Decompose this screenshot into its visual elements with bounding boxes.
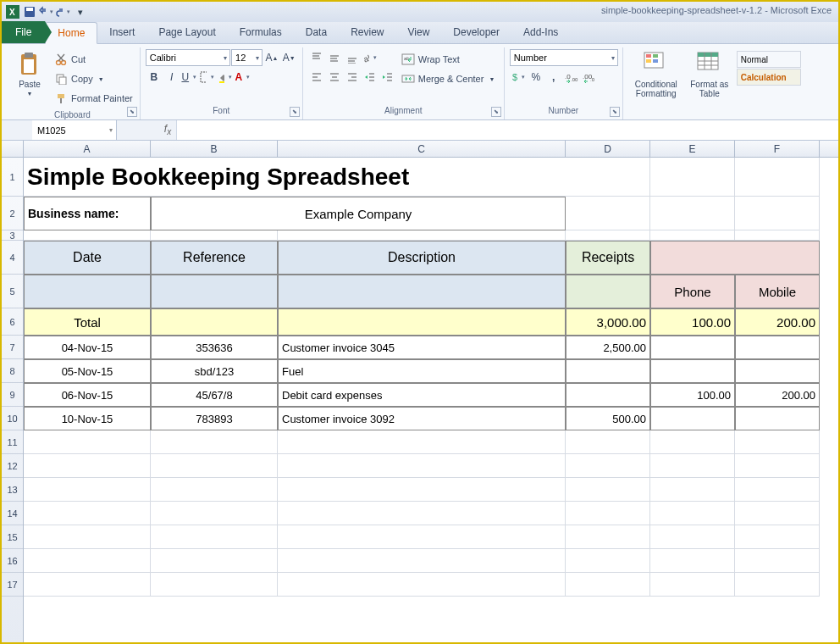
qat-customize-icon[interactable]: ▾ bbox=[73, 4, 88, 19]
cell[interactable] bbox=[566, 454, 650, 478]
data-phone[interactable] bbox=[650, 407, 735, 430]
decrease-font-icon[interactable]: A▼ bbox=[281, 49, 297, 66]
increase-decimal-icon[interactable]: .0.00 bbox=[563, 69, 580, 86]
tab-view[interactable]: View bbox=[396, 21, 442, 43]
hdr-ref[interactable]: Reference bbox=[151, 241, 278, 275]
fill-color-button[interactable] bbox=[217, 69, 234, 86]
cell[interactable] bbox=[151, 430, 278, 454]
cell[interactable] bbox=[278, 525, 566, 549]
col-header[interactable]: B bbox=[151, 141, 278, 157]
cell[interactable] bbox=[735, 230, 820, 241]
data-mobile[interactable] bbox=[735, 336, 820, 359]
cell[interactable] bbox=[566, 197, 650, 230]
cell[interactable] bbox=[24, 454, 151, 478]
orientation-icon[interactable]: ab bbox=[362, 49, 379, 66]
cell[interactable] bbox=[24, 502, 151, 525]
cell[interactable] bbox=[650, 478, 735, 502]
underline-button[interactable]: U bbox=[181, 69, 198, 86]
decrease-decimal-icon[interactable]: .00.0 bbox=[581, 69, 598, 86]
font-launcher[interactable]: ⬊ bbox=[290, 107, 300, 117]
data-phone[interactable] bbox=[650, 359, 735, 383]
hdr-pink-blank[interactable] bbox=[650, 241, 820, 275]
cell[interactable] bbox=[566, 549, 650, 573]
row-header[interactable]: 11 bbox=[2, 430, 23, 454]
row-header[interactable]: 16 bbox=[2, 549, 23, 573]
cell[interactable] bbox=[24, 525, 151, 549]
undo-button[interactable] bbox=[39, 4, 54, 19]
row-header[interactable]: 2 bbox=[2, 197, 23, 230]
number-format-select[interactable]: Number bbox=[510, 49, 618, 66]
cut-button[interactable]: Cut bbox=[54, 51, 133, 68]
cell[interactable] bbox=[735, 525, 820, 549]
total-desc[interactable] bbox=[278, 308, 566, 336]
data-date[interactable]: 05-Nov-15 bbox=[24, 359, 151, 383]
tab-file[interactable]: File bbox=[2, 21, 45, 43]
clipboard-launcher[interactable]: ⬊ bbox=[127, 107, 137, 117]
align-center-icon[interactable] bbox=[326, 69, 343, 86]
cell[interactable] bbox=[151, 230, 278, 241]
data-ref[interactable]: sbd/123 bbox=[151, 359, 278, 383]
row-header[interactable]: 17 bbox=[2, 573, 23, 597]
cell[interactable] bbox=[278, 573, 566, 597]
data-ref[interactable]: 353636 bbox=[151, 336, 278, 359]
conditional-formatting-button[interactable]: Conditional Formatting bbox=[628, 49, 684, 118]
data-ref[interactable]: 783893 bbox=[151, 407, 278, 430]
sub-rec[interactable] bbox=[566, 275, 650, 308]
total-phone[interactable]: 100.00 bbox=[650, 308, 735, 336]
tab-home[interactable]: Home bbox=[45, 22, 97, 44]
tab-developer[interactable]: Developer bbox=[441, 21, 511, 43]
row-header[interactable]: 8 bbox=[2, 359, 23, 383]
cell[interactable] bbox=[278, 502, 566, 525]
total-ref[interactable] bbox=[151, 308, 278, 336]
format-as-table-button[interactable]: Format as Table bbox=[688, 49, 732, 118]
row-header[interactable]: 9 bbox=[2, 383, 23, 407]
style-normal[interactable]: Normal bbox=[737, 51, 801, 68]
cell[interactable] bbox=[735, 158, 820, 197]
hdr-desc[interactable]: Description bbox=[278, 241, 566, 275]
font-color-button[interactable]: A bbox=[235, 69, 251, 86]
data-rec[interactable] bbox=[566, 359, 650, 383]
fx-icon[interactable]: fx bbox=[159, 123, 176, 136]
bold-button[interactable]: B bbox=[146, 69, 163, 86]
cell[interactable] bbox=[566, 573, 650, 597]
increase-indent-icon[interactable] bbox=[379, 69, 396, 86]
cell[interactable] bbox=[278, 549, 566, 573]
merge-center-button[interactable]: Merge & Center▼ bbox=[401, 70, 495, 87]
data-rec[interactable]: 500.00 bbox=[566, 407, 650, 430]
cell[interactable] bbox=[650, 573, 735, 597]
data-rec[interactable] bbox=[566, 383, 650, 407]
cell[interactable] bbox=[278, 230, 566, 241]
number-launcher[interactable]: ⬊ bbox=[610, 107, 620, 117]
cell[interactable] bbox=[24, 573, 151, 597]
col-header[interactable]: F bbox=[735, 141, 820, 157]
percent-format-icon[interactable]: % bbox=[528, 69, 544, 86]
accounting-format-icon[interactable]: $ bbox=[510, 69, 527, 86]
align-top-icon[interactable] bbox=[308, 49, 325, 66]
name-box[interactable]: M1025 bbox=[32, 120, 117, 140]
tab-addins[interactable]: Add-Ins bbox=[511, 21, 570, 43]
cell[interactable] bbox=[650, 525, 735, 549]
format-painter-button[interactable]: Format Painter bbox=[54, 90, 133, 107]
alignment-launcher[interactable]: ⬊ bbox=[491, 107, 501, 117]
total-label[interactable]: Total bbox=[24, 308, 151, 336]
cell[interactable] bbox=[650, 430, 735, 454]
data-phone[interactable]: 100.00 bbox=[650, 383, 735, 407]
style-calculation[interactable]: Calculation bbox=[737, 69, 801, 86]
tab-formulas[interactable]: Formulas bbox=[228, 21, 294, 43]
row-header[interactable]: 14 bbox=[2, 502, 23, 525]
cell[interactable] bbox=[151, 525, 278, 549]
cell[interactable] bbox=[278, 478, 566, 502]
copy-button[interactable]: Copy▼ bbox=[54, 70, 133, 87]
italic-button[interactable]: I bbox=[163, 69, 180, 86]
data-mobile[interactable]: 200.00 bbox=[735, 383, 820, 407]
border-button[interactable] bbox=[199, 69, 216, 86]
tab-insert[interactable]: Insert bbox=[97, 21, 146, 43]
business-name-value[interactable]: Example Company bbox=[151, 197, 566, 230]
cell[interactable] bbox=[24, 549, 151, 573]
cell[interactable] bbox=[566, 430, 650, 454]
data-date[interactable]: 04-Nov-15 bbox=[24, 336, 151, 359]
cell[interactable] bbox=[735, 502, 820, 525]
cell[interactable] bbox=[278, 430, 566, 454]
data-date[interactable]: 10-Nov-15 bbox=[24, 407, 151, 430]
tab-page-layout[interactable]: Page Layout bbox=[146, 21, 227, 43]
